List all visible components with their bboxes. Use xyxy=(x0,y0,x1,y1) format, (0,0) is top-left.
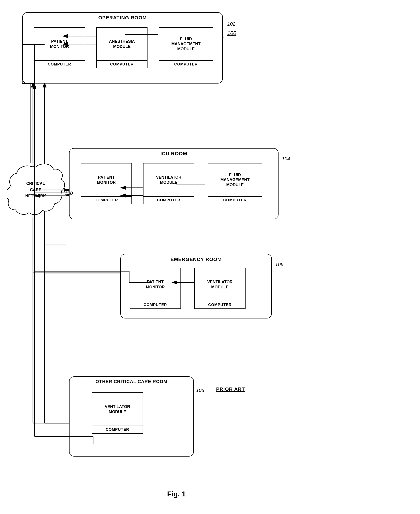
ref-100: 100 xyxy=(227,30,236,36)
ventilator-module-other-label: VENTILATORMODULE xyxy=(92,393,142,426)
anesthesia-module-or: ANESTHESIAMODULE COMPUTER xyxy=(96,27,148,68)
anesthesia-module-computer: COMPUTER xyxy=(97,60,147,68)
ventilator-module-er-label: VENTILATORMODULE xyxy=(195,268,245,301)
ventilator-module-icu-label: VENTILATORMODULE xyxy=(143,163,194,196)
ventilator-module-other: VENTILATORMODULE COMPUTER xyxy=(92,392,143,433)
patient-monitor-er-computer: COMPUTER xyxy=(130,301,180,308)
ref-110: 110 xyxy=(65,191,73,196)
ventilator-module-icu: VENTILATORMODULE COMPUTER xyxy=(143,163,194,204)
network-cloud-container: CRITICAL CARE NETWORK xyxy=(7,158,65,221)
fluid-management-or-label: FLUIDMANAGEMENTMODULE xyxy=(159,28,213,60)
fluid-management-icu: FLUIDMANAGEMENTMODULE COMPUTER xyxy=(208,163,262,204)
ref-106: 106 xyxy=(275,262,283,267)
fluid-management-or-computer: COMPUTER xyxy=(159,60,213,68)
other-critical-care-label: OTHER CRITICAL CARE ROOM xyxy=(69,379,193,384)
patient-monitor-icu: PATIENTMONITOR COMPUTER xyxy=(81,163,132,204)
ref-102: 102 xyxy=(227,21,235,27)
figure-label: Fig. 1 xyxy=(167,490,186,498)
svg-text:NETWORK: NETWORK xyxy=(25,194,46,198)
fluid-management-icu-label: FLUIDMANAGEMENTMODULE xyxy=(208,163,262,196)
fluid-management-icu-computer: COMPUTER xyxy=(208,196,262,204)
other-critical-care-box: OTHER CRITICAL CARE ROOM VENTILATORMODUL… xyxy=(69,376,194,456)
patient-monitor-or: PATIENTMONITOR COMPUTER xyxy=(34,27,85,68)
patient-monitor-or-label: PATIENTMONITOR xyxy=(34,28,85,60)
operating-room-label: OPERATING ROOM xyxy=(23,15,222,21)
anesthesia-module-label: ANESTHESIAMODULE xyxy=(97,28,147,60)
emergency-room-box: EMERGENCY ROOM PATIENTMONITOR COMPUTER V… xyxy=(120,254,272,318)
operating-room-box: OPERATING ROOM PATIENTMONITOR COMPUTER A… xyxy=(22,12,223,83)
svg-text:CRITICAL: CRITICAL xyxy=(26,181,45,186)
icu-room-label: ICU ROOM xyxy=(69,151,278,157)
prior-art-label: PRIOR ART xyxy=(216,386,245,392)
fluid-management-or: FLUIDMANAGEMENTMODULE COMPUTER xyxy=(159,27,213,68)
network-cloud-svg: CRITICAL CARE NETWORK xyxy=(7,158,65,220)
diagram-container: OPERATING ROOM PATIENTMONITOR COMPUTER A… xyxy=(0,0,420,514)
patient-monitor-or-computer: COMPUTER xyxy=(34,60,85,68)
emergency-room-label: EMERGENCY ROOM xyxy=(121,257,271,262)
ref-104: 104 xyxy=(282,156,290,162)
svg-text:CARE: CARE xyxy=(30,188,41,192)
patient-monitor-er-label: PATIENTMONITOR xyxy=(130,268,180,301)
ventilator-module-icu-computer: COMPUTER xyxy=(143,196,194,204)
patient-monitor-icu-computer: COMPUTER xyxy=(81,196,131,204)
ventilator-module-er-computer: COMPUTER xyxy=(195,301,245,308)
icu-room-box: ICU ROOM PATIENTMONITOR COMPUTER VENTILA… xyxy=(69,148,278,219)
ref-108: 108 xyxy=(196,388,204,393)
patient-monitor-er: PATIENTMONITOR COMPUTER xyxy=(130,268,181,309)
ventilator-module-er: VENTILATORMODULE COMPUTER xyxy=(194,268,246,309)
patient-monitor-icu-label: PATIENTMONITOR xyxy=(81,163,131,196)
ventilator-module-other-computer: COMPUTER xyxy=(92,426,142,433)
